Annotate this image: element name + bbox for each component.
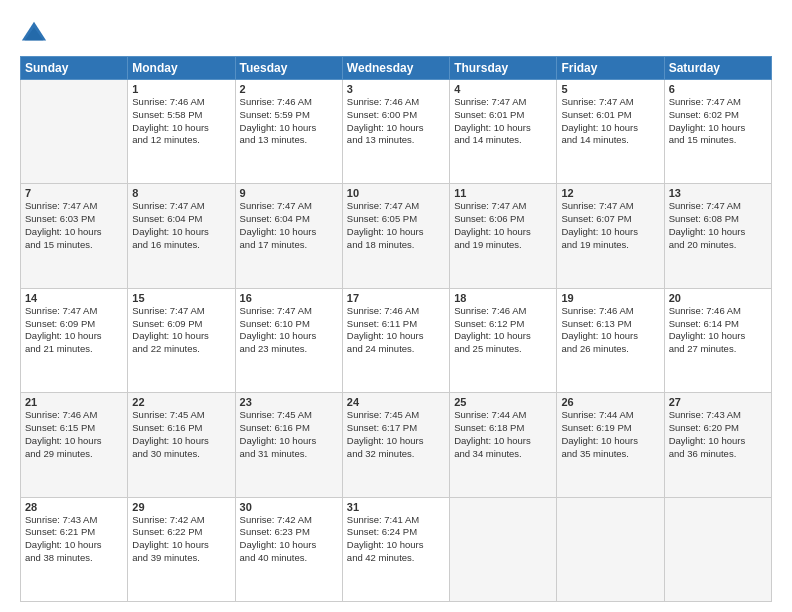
day-info: Sunrise: 7:47 AMSunset: 6:01 PMDaylight:…: [454, 96, 552, 147]
logo-icon: [20, 20, 48, 48]
day-info: Sunrise: 7:45 AMSunset: 6:16 PMDaylight:…: [240, 409, 338, 460]
day-number: 17: [347, 292, 445, 304]
calendar: SundayMondayTuesdayWednesdayThursdayFrid…: [20, 56, 772, 602]
day-number: 19: [561, 292, 659, 304]
calendar-cell: 21Sunrise: 7:46 AMSunset: 6:15 PMDayligh…: [21, 393, 128, 497]
calendar-cell: 14Sunrise: 7:47 AMSunset: 6:09 PMDayligh…: [21, 288, 128, 392]
day-number: 9: [240, 187, 338, 199]
day-number: 15: [132, 292, 230, 304]
day-info: Sunrise: 7:44 AMSunset: 6:18 PMDaylight:…: [454, 409, 552, 460]
logo: [20, 20, 50, 48]
calendar-cell: 4Sunrise: 7:47 AMSunset: 6:01 PMDaylight…: [450, 80, 557, 184]
calendar-cell: 24Sunrise: 7:45 AMSunset: 6:17 PMDayligh…: [342, 393, 449, 497]
calendar-cell: 20Sunrise: 7:46 AMSunset: 6:14 PMDayligh…: [664, 288, 771, 392]
day-info: Sunrise: 7:45 AMSunset: 6:17 PMDaylight:…: [347, 409, 445, 460]
day-header-thursday: Thursday: [450, 57, 557, 80]
day-info: Sunrise: 7:47 AMSunset: 6:03 PMDaylight:…: [25, 200, 123, 251]
calendar-cell: [450, 497, 557, 601]
calendar-cell: 16Sunrise: 7:47 AMSunset: 6:10 PMDayligh…: [235, 288, 342, 392]
calendar-cell: 10Sunrise: 7:47 AMSunset: 6:05 PMDayligh…: [342, 184, 449, 288]
day-info: Sunrise: 7:41 AMSunset: 6:24 PMDaylight:…: [347, 514, 445, 565]
day-info: Sunrise: 7:46 AMSunset: 6:11 PMDaylight:…: [347, 305, 445, 356]
day-number: 2: [240, 83, 338, 95]
day-number: 1: [132, 83, 230, 95]
day-number: 29: [132, 501, 230, 513]
day-info: Sunrise: 7:43 AMSunset: 6:20 PMDaylight:…: [669, 409, 767, 460]
day-info: Sunrise: 7:47 AMSunset: 6:04 PMDaylight:…: [132, 200, 230, 251]
day-number: 20: [669, 292, 767, 304]
calendar-cell: 12Sunrise: 7:47 AMSunset: 6:07 PMDayligh…: [557, 184, 664, 288]
calendar-cell: 13Sunrise: 7:47 AMSunset: 6:08 PMDayligh…: [664, 184, 771, 288]
day-number: 31: [347, 501, 445, 513]
day-info: Sunrise: 7:43 AMSunset: 6:21 PMDaylight:…: [25, 514, 123, 565]
day-number: 16: [240, 292, 338, 304]
day-info: Sunrise: 7:46 AMSunset: 6:00 PMDaylight:…: [347, 96, 445, 147]
calendar-cell: 3Sunrise: 7:46 AMSunset: 6:00 PMDaylight…: [342, 80, 449, 184]
day-number: 12: [561, 187, 659, 199]
day-info: Sunrise: 7:47 AMSunset: 6:01 PMDaylight:…: [561, 96, 659, 147]
day-info: Sunrise: 7:45 AMSunset: 6:16 PMDaylight:…: [132, 409, 230, 460]
day-number: 6: [669, 83, 767, 95]
day-number: 4: [454, 83, 552, 95]
calendar-cell: 19Sunrise: 7:46 AMSunset: 6:13 PMDayligh…: [557, 288, 664, 392]
day-info: Sunrise: 7:47 AMSunset: 6:09 PMDaylight:…: [132, 305, 230, 356]
calendar-cell: 1Sunrise: 7:46 AMSunset: 5:58 PMDaylight…: [128, 80, 235, 184]
day-info: Sunrise: 7:46 AMSunset: 6:13 PMDaylight:…: [561, 305, 659, 356]
calendar-cell: 2Sunrise: 7:46 AMSunset: 5:59 PMDaylight…: [235, 80, 342, 184]
day-info: Sunrise: 7:47 AMSunset: 6:06 PMDaylight:…: [454, 200, 552, 251]
day-info: Sunrise: 7:47 AMSunset: 6:04 PMDaylight:…: [240, 200, 338, 251]
day-number: 14: [25, 292, 123, 304]
day-number: 27: [669, 396, 767, 408]
day-number: 22: [132, 396, 230, 408]
calendar-cell: 5Sunrise: 7:47 AMSunset: 6:01 PMDaylight…: [557, 80, 664, 184]
day-info: Sunrise: 7:42 AMSunset: 6:23 PMDaylight:…: [240, 514, 338, 565]
header: [20, 16, 772, 48]
day-number: 26: [561, 396, 659, 408]
calendar-cell: [21, 80, 128, 184]
day-info: Sunrise: 7:47 AMSunset: 6:07 PMDaylight:…: [561, 200, 659, 251]
day-number: 5: [561, 83, 659, 95]
calendar-cell: [664, 497, 771, 601]
day-header-sunday: Sunday: [21, 57, 128, 80]
day-info: Sunrise: 7:46 AMSunset: 6:12 PMDaylight:…: [454, 305, 552, 356]
page: SundayMondayTuesdayWednesdayThursdayFrid…: [0, 0, 792, 612]
day-number: 7: [25, 187, 123, 199]
calendar-week-row: 21Sunrise: 7:46 AMSunset: 6:15 PMDayligh…: [21, 393, 772, 497]
day-info: Sunrise: 7:42 AMSunset: 6:22 PMDaylight:…: [132, 514, 230, 565]
day-number: 11: [454, 187, 552, 199]
day-info: Sunrise: 7:47 AMSunset: 6:05 PMDaylight:…: [347, 200, 445, 251]
day-number: 28: [25, 501, 123, 513]
day-header-monday: Monday: [128, 57, 235, 80]
calendar-week-row: 14Sunrise: 7:47 AMSunset: 6:09 PMDayligh…: [21, 288, 772, 392]
day-number: 8: [132, 187, 230, 199]
calendar-cell: 8Sunrise: 7:47 AMSunset: 6:04 PMDaylight…: [128, 184, 235, 288]
calendar-cell: 25Sunrise: 7:44 AMSunset: 6:18 PMDayligh…: [450, 393, 557, 497]
calendar-cell: 26Sunrise: 7:44 AMSunset: 6:19 PMDayligh…: [557, 393, 664, 497]
day-header-saturday: Saturday: [664, 57, 771, 80]
day-info: Sunrise: 7:46 AMSunset: 6:14 PMDaylight:…: [669, 305, 767, 356]
calendar-cell: 9Sunrise: 7:47 AMSunset: 6:04 PMDaylight…: [235, 184, 342, 288]
day-number: 18: [454, 292, 552, 304]
day-info: Sunrise: 7:47 AMSunset: 6:10 PMDaylight:…: [240, 305, 338, 356]
calendar-cell: 18Sunrise: 7:46 AMSunset: 6:12 PMDayligh…: [450, 288, 557, 392]
day-header-friday: Friday: [557, 57, 664, 80]
day-header-tuesday: Tuesday: [235, 57, 342, 80]
calendar-cell: 23Sunrise: 7:45 AMSunset: 6:16 PMDayligh…: [235, 393, 342, 497]
calendar-cell: 30Sunrise: 7:42 AMSunset: 6:23 PMDayligh…: [235, 497, 342, 601]
day-number: 30: [240, 501, 338, 513]
calendar-week-row: 1Sunrise: 7:46 AMSunset: 5:58 PMDaylight…: [21, 80, 772, 184]
calendar-cell: 22Sunrise: 7:45 AMSunset: 6:16 PMDayligh…: [128, 393, 235, 497]
day-info: Sunrise: 7:44 AMSunset: 6:19 PMDaylight:…: [561, 409, 659, 460]
day-number: 10: [347, 187, 445, 199]
day-number: 21: [25, 396, 123, 408]
calendar-cell: 11Sunrise: 7:47 AMSunset: 6:06 PMDayligh…: [450, 184, 557, 288]
day-number: 3: [347, 83, 445, 95]
calendar-cell: 15Sunrise: 7:47 AMSunset: 6:09 PMDayligh…: [128, 288, 235, 392]
calendar-cell: 17Sunrise: 7:46 AMSunset: 6:11 PMDayligh…: [342, 288, 449, 392]
day-number: 25: [454, 396, 552, 408]
calendar-cell: [557, 497, 664, 601]
day-info: Sunrise: 7:46 AMSunset: 5:58 PMDaylight:…: [132, 96, 230, 147]
day-info: Sunrise: 7:46 AMSunset: 5:59 PMDaylight:…: [240, 96, 338, 147]
day-header-wednesday: Wednesday: [342, 57, 449, 80]
day-info: Sunrise: 7:47 AMSunset: 6:02 PMDaylight:…: [669, 96, 767, 147]
